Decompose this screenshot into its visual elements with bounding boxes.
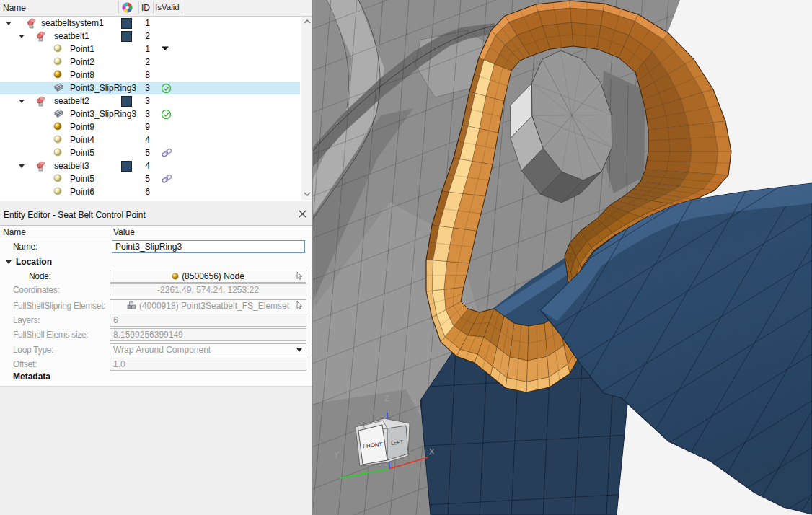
tree-row-label: Point9 [70, 122, 94, 132]
tree-row-id: 2 [134, 31, 150, 41]
tree-row[interactable]: Point3_SlipRing33 [0, 82, 300, 94]
tree-row-label: Point5 [70, 148, 94, 158]
link-icon [161, 174, 173, 186]
tree-row-label: seatbelt1 [54, 31, 89, 41]
dropdown-icon[interactable] [161, 44, 169, 54]
color-swatch[interactable] [121, 96, 132, 107]
editor-field-label: Offset: [13, 359, 37, 369]
coordinates-field: -2261.49, 574.24, 1253.22 [110, 283, 306, 296]
color-swatch[interactable] [121, 18, 132, 29]
tree-row-label: Point3_SlipRing3 [70, 109, 136, 119]
tree-row-label: seatbelt2 [54, 96, 89, 106]
tree-row-id: 6 [134, 187, 150, 197]
tree-row[interactable]: Point66 [0, 185, 300, 198]
expand-arrow-icon[interactable] [19, 164, 25, 168]
link-icon [161, 148, 173, 160]
tree-row-id: 1 [134, 18, 150, 28]
editor-field-label: Name: [13, 242, 37, 252]
axis-z-label: Z [384, 394, 389, 402]
editor-col-name: Name [3, 227, 26, 237]
editor-text-field: 6 [110, 314, 306, 327]
expand-arrow-icon[interactable] [6, 22, 12, 25]
tree-row-label: Point2 [70, 57, 94, 67]
tree-row-label: Point4 [70, 135, 94, 145]
node-picker-field[interactable]: (8500656) Node [110, 270, 306, 283]
tree-row-label: Point5 [70, 174, 94, 184]
axis-x-label: X [429, 447, 435, 456]
section-collapse-arrow[interactable] [6, 260, 12, 264]
entity-editor-title: Entity Editor - Seat Belt Control Point [4, 210, 146, 220]
tree-row-label: seatbelt3 [54, 161, 89, 171]
scroll-down-button[interactable] [301, 188, 313, 200]
tree-row-label: Point1 [70, 44, 94, 54]
editor-text-field: 1.0 [110, 358, 306, 371]
expand-arrow-icon[interactable] [19, 35, 25, 38]
tree-col-name[interactable]: Name [3, 3, 26, 13]
expand-arrow-icon[interactable] [19, 100, 25, 103]
color-wheel-icon[interactable] [122, 2, 133, 15]
editor-field-label: Loop Type: [13, 345, 53, 355]
entity-editor-table: Name Value Name:Point3_SlipRing3Location… [0, 225, 313, 387]
tree-row-id: 3 [134, 96, 150, 106]
tree-row-id: 4 [134, 135, 150, 145]
editor-field-label: Coordinates: [13, 285, 59, 295]
scroll-up-button[interactable] [301, 17, 313, 28]
axis-y-label: Y [334, 450, 340, 459]
editor-section-label: Location [16, 257, 52, 267]
tree-row[interactable]: Point55 [0, 146, 300, 159]
slipring-icon [53, 109, 64, 120]
point-light-icon [53, 174, 62, 185]
tree-row[interactable]: Point88 [0, 69, 300, 82]
editor-field-label: FullShellSlipring Elemset: [13, 301, 105, 311]
close-icon[interactable] [298, 208, 307, 218]
editor-field-label: Node: [29, 271, 51, 281]
elemset-picker-field[interactable]: (4000918) Point3Seatbelt_FS_Elemset [110, 299, 306, 312]
tree-row-label: Point3_SlipRing3 [70, 83, 136, 93]
tree-row-id: 5 [134, 174, 150, 184]
tree-row[interactable]: Point99 [0, 120, 300, 133]
tree-row[interactable]: seatbelt23 [0, 94, 300, 107]
model-browser-tree: Name ID IsValid seatbeltsystem11seatbelt… [0, 0, 313, 201]
tree-row[interactable]: Point55 [0, 172, 300, 185]
color-swatch[interactable] [121, 31, 132, 42]
tree-row[interactable]: Point44 [0, 133, 300, 146]
tree-row[interactable]: Point11 [0, 43, 300, 56]
tree-scrollbar[interactable] [301, 17, 313, 200]
point-gold-icon [53, 70, 62, 81]
application-window: Name ID IsValid seatbeltsystem11seatbelt… [0, 0, 812, 515]
point-light-icon [53, 57, 62, 68]
editor-table-header: Name Value [0, 226, 313, 239]
tree-row-id: 5 [134, 148, 150, 158]
editor-section-label: Metadata [13, 371, 50, 382]
tree-row-id: 4 [134, 161, 150, 171]
point-light-icon [53, 135, 62, 146]
editor-field-label: FullShell Elems size: [13, 330, 88, 340]
tree-row-label: seatbeltsystem1 [41, 18, 104, 28]
tree-row[interactable]: Point22 [0, 56, 300, 69]
tree-row-label: Point8 [70, 70, 94, 80]
name-input[interactable]: Point3_SlipRing3 [112, 240, 305, 253]
point-light-icon [53, 187, 62, 198]
tree-row-label: Point6 [70, 187, 94, 197]
entity-editor-panel: Entity Editor - Seat Belt Control Point … [0, 201, 313, 515]
tree-row[interactable]: seatbelt34 [0, 159, 300, 172]
tree-row-id: 2 [134, 57, 150, 67]
tree-col-id[interactable]: ID [141, 3, 150, 13]
editor-col-value: Value [113, 227, 135, 237]
3d-viewport[interactable]: XYZFRONTLEFT [312, 0, 812, 515]
slipring-icon [53, 83, 64, 94]
tree-header: Name ID IsValid [0, 0, 313, 17]
tree-row[interactable]: seatbelt12 [0, 30, 300, 43]
tree-row-id: 3 [134, 83, 150, 93]
color-swatch[interactable] [121, 161, 132, 172]
point-light-icon [53, 148, 62, 159]
tree-row-id: 8 [134, 70, 150, 80]
tree-row-id: 3 [134, 109, 150, 119]
point-light-icon [53, 44, 62, 55]
loop-type-combobox[interactable]: Wrap Around Component [110, 343, 306, 356]
editor-text-field: 8.1599256399149 [110, 328, 306, 341]
tree-row[interactable]: seatbeltsystem11 [0, 17, 300, 30]
tree-row[interactable]: Point3_SlipRing33 [0, 107, 300, 120]
point-gold-icon [53, 122, 62, 133]
tree-col-isvalid[interactable]: IsValid [155, 3, 180, 12]
